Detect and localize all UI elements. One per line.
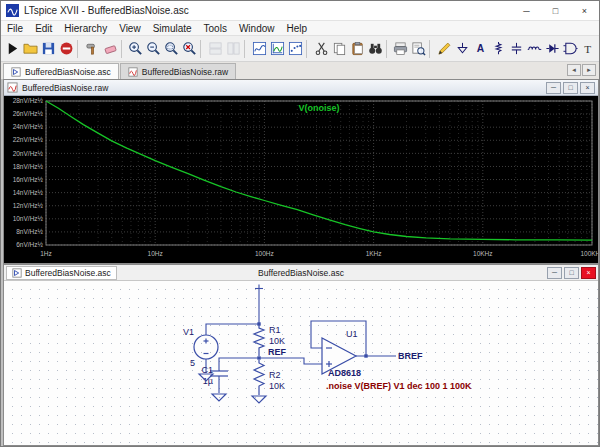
tab-scroll-right-icon[interactable]: ► — [582, 64, 596, 76]
run-icon[interactable] — [3, 38, 21, 59]
capacitor-c1[interactable]: C1 1µ — [201, 365, 228, 386]
open-icon[interactable] — [21, 38, 39, 59]
svg-text:T: T — [584, 43, 591, 55]
svg-text:22nV/Hz½: 22nV/Hz½ — [13, 136, 44, 143]
cut-icon[interactable] — [312, 38, 330, 59]
tab-scrolls: ◄ ► — [567, 64, 596, 76]
wave-maximize-icon[interactable]: □ — [563, 82, 578, 94]
menu-help[interactable]: Help — [281, 23, 314, 34]
schem-minimize-icon[interactable]: ─ — [547, 267, 562, 279]
menu-edit[interactable]: Edit — [29, 23, 58, 34]
u1-value[interactable]: AD8618 — [328, 368, 361, 378]
copy-icon[interactable] — [330, 38, 348, 59]
close-icon[interactable]: × — [570, 1, 599, 20]
schematic-tab[interactable]: BufferedBiasNoise.asc — [6, 266, 117, 280]
wave-close-icon[interactable]: × — [580, 82, 595, 94]
zoom-full-icon[interactable] — [180, 38, 198, 59]
ltspice-window: LTspice XVII - BufferedBiasNoise.asc ─ □… — [0, 0, 600, 447]
toolbar-separator — [77, 40, 81, 58]
wave-minimize-icon[interactable]: ─ — [546, 82, 561, 94]
toolbar-separator — [306, 40, 310, 58]
v1-name[interactable]: V1 — [183, 327, 194, 337]
menu-tools[interactable]: Tools — [198, 23, 233, 34]
waveform-window-controls: ─ □ × — [546, 82, 595, 94]
zoom-out-icon[interactable] — [144, 38, 162, 59]
r2-value[interactable]: 10K — [269, 381, 285, 391]
control-panel-icon[interactable] — [83, 38, 101, 59]
diode-icon[interactable] — [543, 38, 561, 59]
svg-text:1Hz: 1Hz — [40, 250, 52, 257]
waveform-titlebar: BufferedBiasNoise.raw ─ □ × — [4, 80, 598, 96]
label-net-icon[interactable]: A — [471, 38, 489, 59]
mark-points-icon[interactable] — [286, 38, 304, 59]
print-icon[interactable] — [391, 38, 409, 59]
menu-hierarchy[interactable]: Hierarchy — [58, 23, 113, 34]
menu-view[interactable]: View — [113, 23, 147, 34]
svg-text:10nV/Hz½: 10nV/Hz½ — [13, 215, 44, 222]
resistor-icon[interactable] — [489, 38, 507, 59]
tab-BufferedBiasNoise.raw[interactable]: BufferedBiasNoise.raw — [120, 63, 236, 79]
svg-text:A: A — [477, 43, 485, 54]
halt-icon[interactable] — [57, 38, 75, 59]
toolbar-separator — [244, 40, 248, 58]
zoom-in-icon[interactable] — [126, 38, 144, 59]
ground-icon[interactable] — [453, 38, 471, 59]
svg-text:24nV/Hz½: 24nV/Hz½ — [13, 123, 44, 130]
schematic-file-icon — [11, 67, 21, 77]
save-icon[interactable] — [39, 38, 57, 59]
schematic-window: BufferedBiasNoise.asc BufferedBiasNoise.… — [3, 264, 599, 446]
tile-horizontal-icon[interactable] — [206, 38, 224, 59]
schem-maximize-icon[interactable]: □ — [564, 267, 579, 279]
minimize-icon[interactable]: ─ — [512, 1, 541, 20]
svg-text:26nV/Hz½: 26nV/Hz½ — [13, 110, 44, 117]
inductor-icon[interactable] — [525, 38, 543, 59]
svg-text:14nV/Hz½: 14nV/Hz½ — [13, 189, 44, 196]
trace-label[interactable]: V(onoise) — [298, 103, 339, 113]
component-icon[interactable] — [561, 38, 579, 59]
waveform-plot-pane[interactable]: 28nV/Hz½26nV/Hz½24nV/Hz½22nV/Hz½20nV/Hz½… — [4, 96, 598, 263]
toolbar-separator — [386, 40, 390, 58]
zoom-area-icon[interactable] — [162, 38, 180, 59]
titlebar: LTspice XVII - BufferedBiasNoise.asc ─ □… — [1, 1, 599, 21]
menu-file[interactable]: File — [1, 23, 29, 34]
svg-text:18nV/Hz½: 18nV/Hz½ — [13, 163, 44, 170]
tab-BufferedBiasNoise.asc[interactable]: BufferedBiasNoise.asc — [3, 63, 119, 79]
schematic-tab-label: BufferedBiasNoise.asc — [25, 268, 111, 278]
c1-value[interactable]: 1µ — [203, 376, 213, 386]
resistor-r2[interactable]: R2 10K — [254, 360, 285, 395]
r1-name[interactable]: R1 — [269, 325, 281, 335]
v1-value[interactable]: 5 — [190, 358, 195, 368]
toolbar-separator — [429, 40, 433, 58]
schematic-file-icon — [12, 268, 22, 278]
noise-plot[interactable]: 28nV/Hz½26nV/Hz½24nV/Hz½22nV/Hz½20nV/Hz½… — [4, 96, 598, 263]
wire-icon[interactable] — [435, 38, 453, 59]
tab-label: BufferedBiasNoise.asc — [25, 67, 111, 77]
paste-icon[interactable] — [348, 38, 366, 59]
net-label-bref[interactable]: BREF — [398, 351, 423, 361]
tab-scroll-left-icon[interactable]: ◄ — [567, 64, 581, 76]
tile-vertical-icon[interactable] — [224, 38, 242, 59]
svg-text:100KHz: 100KHz — [580, 250, 598, 257]
autorange-icon[interactable] — [268, 38, 286, 59]
text-icon[interactable]: T — [579, 38, 597, 59]
plot-settings-icon[interactable] — [250, 38, 268, 59]
spice-directive[interactable]: .noise V(BREF) V1 dec 100 1 100K — [326, 381, 472, 391]
menu-simulate[interactable]: Simulate — [147, 23, 198, 34]
find-icon[interactable] — [366, 38, 384, 59]
schematic-canvas[interactable]: V1 5 R1 10K R2 10K — [4, 281, 598, 445]
r1-value[interactable]: 10K — [269, 336, 285, 346]
r2-name[interactable]: R2 — [269, 370, 281, 380]
toolbar-separator — [121, 40, 125, 58]
svg-text:1KHz: 1KHz — [366, 250, 382, 257]
maximize-icon[interactable]: □ — [541, 1, 570, 20]
schem-close-icon[interactable]: × — [581, 267, 596, 279]
net-label-ref[interactable]: REF — [268, 347, 287, 357]
print-preview-icon[interactable] — [409, 38, 427, 59]
menu-window[interactable]: Window — [233, 23, 281, 34]
erase-icon[interactable] — [101, 38, 119, 59]
voltage-source-v1[interactable]: V1 5 — [183, 327, 218, 368]
waveform-file-icon — [7, 82, 18, 93]
u1-name[interactable]: U1 — [346, 329, 358, 339]
capacitor-icon[interactable] — [507, 38, 525, 59]
opamp-u1[interactable]: U1 AD8618 — [322, 329, 361, 378]
